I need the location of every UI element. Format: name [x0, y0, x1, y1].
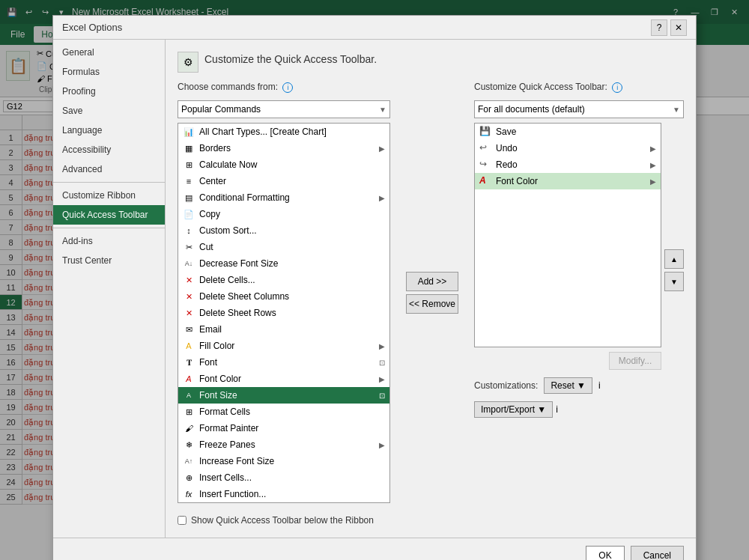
cmd-font-size-arrow: ⊡ — [379, 392, 385, 400]
sidebar-item-quick-access-toolbar[interactable]: Quick Access Toolbar — [53, 205, 165, 225]
sidebar-item-add-ins[interactable]: Add-ins — [53, 231, 165, 251]
customize-toolbar-info-icon[interactable]: i — [612, 82, 622, 93]
dialog-main: ⚙ Customize the Quick Access Toolbar. Ch… — [166, 40, 696, 538]
cmd-fill-color[interactable]: A Fill Color ▶ — [178, 338, 389, 354]
toolbar-undo-label: Undo — [496, 143, 646, 153]
import-export-label: Import/Export ▼ — [481, 404, 546, 415]
remove-button[interactable]: << Remove — [406, 294, 458, 314]
modify-button[interactable]: Modify... — [609, 352, 661, 370]
add-button[interactable]: Add >> — [406, 272, 458, 291]
cmd-sort-icon: ↕ — [183, 225, 195, 237]
cmd-insert-function[interactable]: fx Insert Function... — [178, 486, 389, 502]
excel-options-dialog: Excel Options ? ✕ General Formulas Proof… — [52, 15, 697, 560]
toolbar-list[interactable]: 💾 Save ↩ Undo ▶ ↪ — [474, 123, 661, 347]
toolbar-dropdown-value: For all documents (default) — [478, 104, 585, 115]
sidebar-item-language[interactable]: Language — [53, 121, 165, 140]
modal-overlay: Excel Options ? ✕ General Formulas Proof… — [0, 0, 749, 560]
cmd-delete-sheet-columns-label: Delete Sheet Columns — [199, 291, 385, 302]
cmd-format-cells[interactable]: ⊞ Format Cells — [178, 404, 389, 420]
cmd-delete-sheet-columns[interactable]: ✕ Delete Sheet Columns — [178, 288, 389, 305]
cmd-delete-sheet-rows-label: Delete Sheet Rows — [199, 308, 385, 318]
customize-toolbar-label: Customize Quick Access Toolbar: i — [474, 82, 684, 93]
toolbar-dropdown-arrow: ▼ — [673, 106, 680, 114]
cmd-borders-arrow: ▶ — [379, 144, 385, 153]
sidebar-item-proofing[interactable]: Proofing — [53, 82, 165, 101]
right-panel: 💾 Save ↩ Undo ▶ ↪ — [474, 123, 684, 418]
sidebar-item-customize-ribbon[interactable]: Customize Ribbon — [53, 186, 165, 205]
cmd-delete-sheet-rows[interactable]: ✕ Delete Sheet Rows — [178, 305, 389, 321]
toolbar-item-font-color[interactable]: A Font Color ▶ — [475, 173, 661, 189]
cmd-delete-cells[interactable]: ✕ Delete Cells... — [178, 272, 389, 288]
cmd-freeze-panes[interactable]: ❄ Freeze Panes ▶ — [178, 436, 389, 453]
cmd-insert-cells[interactable]: ⊕ Insert Cells... — [178, 469, 389, 486]
cmd-font-color[interactable]: A Font Color ▶ — [178, 371, 389, 387]
dialog-title: Excel Options — [62, 22, 122, 33]
dialog-titlebar: Excel Options ? ✕ — [53, 16, 696, 40]
cmd-ins-func-icon: fx — [183, 488, 195, 500]
commands-dropdown[interactable]: Popular Commands ▼ — [178, 100, 390, 118]
cmd-freeze-arrow: ▶ — [379, 441, 385, 449]
cmd-calculate-now[interactable]: ⊞ Calculate Now — [178, 156, 389, 173]
sidebar-item-formulas[interactable]: Formulas — [53, 62, 165, 82]
cmd-font-arrow: ⊡ — [379, 359, 385, 367]
sidebar-item-trust-center[interactable]: Trust Center — [53, 251, 165, 270]
cmd-conditional-formatting-label: Conditional Formatting — [199, 192, 374, 203]
toolbar-undo-arrow: ▶ — [650, 144, 656, 153]
reset-label: Reset ▼ — [551, 380, 586, 391]
ok-button[interactable]: OK — [586, 546, 624, 560]
toolbar-item-redo[interactable]: ↪ Redo ▶ — [475, 156, 661, 173]
cmd-format-painter[interactable]: 🖌 Format Painter — [178, 420, 389, 436]
toolbar-font-color-label: Font Color — [496, 176, 646, 186]
cmd-copy-label: Copy — [199, 209, 385, 219]
cmd-calc-icon: ⊞ — [183, 159, 195, 171]
reset-button[interactable]: Reset ▼ — [544, 377, 592, 394]
cmd-center-icon: ≡ — [183, 175, 195, 187]
import-export-info-icon[interactable]: i — [556, 404, 558, 415]
command-list[interactable]: 📊 All Chart Types... [Create Chart] ▦ Bo… — [178, 123, 390, 503]
toolbar-dropdown[interactable]: For all documents (default) ▼ — [474, 100, 684, 118]
dialog-help-button[interactable]: ? — [651, 19, 667, 36]
cmd-conditional-formatting[interactable]: ▤ Conditional Formatting ▶ — [178, 189, 389, 206]
updown-col: ▲ ▼ — [664, 123, 684, 418]
move-down-button[interactable]: ▼ — [664, 272, 684, 291]
import-export-button[interactable]: Import/Export ▼ — [474, 401, 553, 418]
cmd-borders[interactable]: ▦ Borders ▶ — [178, 140, 389, 156]
reset-info-icon[interactable]: i — [598, 380, 601, 391]
dialog-close-button[interactable]: ✕ — [670, 19, 687, 36]
dialog-sidebar: General Formulas Proofing Save Language … — [53, 40, 166, 538]
cmd-font[interactable]: 𝐓 Font ⊡ — [178, 354, 389, 371]
cmd-cut[interactable]: ✂ Cut — [178, 239, 389, 255]
cancel-button[interactable]: Cancel — [631, 546, 684, 560]
redo-icon: ↪ — [479, 159, 491, 171]
cmd-font-color-label: Font Color — [199, 374, 374, 384]
sidebar-separator — [53, 182, 165, 183]
dialog-controls: ? ✕ — [651, 19, 687, 36]
sidebar-separator-2 — [53, 228, 165, 228]
cmd-center[interactable]: ≡ Center — [178, 173, 389, 189]
sidebar-item-accessibility[interactable]: Accessibility — [53, 140, 165, 159]
sidebar-item-advanced[interactable]: Advanced — [53, 159, 165, 179]
cmd-chart-icon: 📊 — [183, 126, 195, 138]
cmd-copy[interactable]: 📄 Copy — [178, 206, 389, 222]
toolbar-item-save[interactable]: 💾 Save — [475, 124, 661, 140]
sidebar-item-save[interactable]: Save — [53, 101, 165, 121]
cmd-del-cols-icon: ✕ — [183, 290, 195, 302]
commands-section: Choose commands from: i Popular Commands… — [178, 82, 684, 503]
cmd-font-label: Font — [199, 357, 374, 368]
cmd-decrease-font-size-label: Decrease Font Size — [199, 258, 385, 269]
cmd-increase-font-size[interactable]: A↑ Increase Font Size — [178, 453, 389, 469]
show-below-ribbon-checkbox[interactable] — [178, 516, 187, 525]
choose-commands-info-icon[interactable]: i — [282, 82, 293, 93]
sidebar-item-general[interactable]: General — [53, 43, 165, 62]
toolbar-dropdown-row: For all documents (default) ▼ — [474, 100, 684, 118]
customizations-row: Customizations: Reset ▼ i — [474, 377, 661, 394]
cmd-del-rows-icon: ✕ — [183, 307, 195, 319]
cmd-all-chart-types[interactable]: 📊 All Chart Types... [Create Chart] — [178, 124, 389, 140]
toolbar-item-undo[interactable]: ↩ Undo ▶ — [475, 140, 661, 156]
cmd-custom-sort[interactable]: ↕ Custom Sort... — [178, 222, 389, 239]
move-up-button[interactable]: ▲ — [664, 249, 684, 269]
cmd-email[interactable]: ✉ Email — [178, 321, 389, 338]
cmd-decrease-font-size[interactable]: A↓ Decrease Font Size — [178, 255, 389, 272]
cmd-font-size[interactable]: A Font Size ⊡ — [178, 387, 389, 404]
right-panel-main: 💾 Save ↩ Undo ▶ ↪ — [474, 123, 661, 418]
